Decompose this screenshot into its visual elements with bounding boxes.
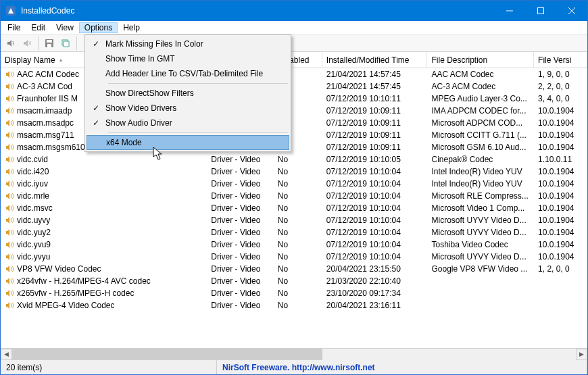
speaker-off-icon[interactable] xyxy=(20,36,34,51)
table-row[interactable]: vidc.i420Driver - VideoNo07/12/2019 10:1… xyxy=(1,166,587,178)
cell-disabled: No xyxy=(278,228,288,237)
cell-name: vidc.mrle xyxy=(17,191,49,201)
cell-name: vidc.msvc xyxy=(17,203,53,213)
menu-help[interactable]: Help xyxy=(118,22,145,33)
cell-ver: 10.0.1904 xyxy=(538,228,574,237)
cell-desc: AC-3 ACM Codec xyxy=(431,82,495,91)
header-file-description[interactable]: File Description xyxy=(427,52,534,68)
title-bar[interactable]: InstalledCodec xyxy=(1,1,587,21)
cell-ver: 1, 9, 0, 0 xyxy=(538,70,570,79)
cell-desc: Intel Indeo(R) Video YUV xyxy=(431,167,522,176)
menu-separator xyxy=(108,83,288,84)
maximize-button[interactable] xyxy=(525,1,556,21)
codec-icon xyxy=(5,118,14,128)
cell-time: 20/04/2021 23:15:50 xyxy=(326,264,401,274)
cell-name: Fraunhofer IIS M xyxy=(17,94,78,103)
table-row[interactable]: vidc.uyvyDriver - VideoNo07/12/2019 10:1… xyxy=(1,214,587,226)
cell-time: 21/04/2021 14:57:45 xyxy=(326,82,401,91)
codec-icon xyxy=(5,301,14,310)
cell-type: Driver - Video xyxy=(211,276,260,286)
table-row[interactable]: vidc.yvu9Driver - VideoNo07/12/2019 10:1… xyxy=(1,239,587,251)
header-file-version[interactable]: File Versi xyxy=(534,52,587,68)
header-installed-time[interactable]: Installed/Modified Time xyxy=(322,52,428,68)
cell-desc: Microsoft CCITT G.711 (... xyxy=(431,130,526,140)
codec-icon xyxy=(5,106,14,116)
cell-disabled: No xyxy=(278,191,288,201)
cell-ver: 10.0.1904 xyxy=(538,252,574,261)
cell-ver: 1.10.0.11 xyxy=(538,155,572,164)
check-icon: ✓ xyxy=(87,39,105,49)
cell-type: Driver - Video xyxy=(211,289,260,298)
menu-options[interactable]: Options xyxy=(79,22,118,33)
table-row[interactable]: vidc.yvyuDriver - VideoNo07/12/2019 10:1… xyxy=(1,251,587,263)
table-row[interactable]: vidc.yuy2Driver - VideoNo07/12/2019 10:1… xyxy=(1,226,587,239)
cell-ver: 3, 4, 0, 0 xyxy=(538,94,570,103)
table-row[interactable]: VP8 VFW Video CodecDriver - VideoNo20/04… xyxy=(1,263,587,275)
cell-type: Driver - Video xyxy=(211,203,260,213)
cell-disabled: No xyxy=(278,276,288,286)
cell-name: msacm.msgsm610 xyxy=(17,143,85,152)
scroll-thumb[interactable] xyxy=(12,349,322,360)
menu-show-time-gmt[interactable]: Show Time In GMT xyxy=(87,51,289,66)
cell-name: Xvid MPEG-4 Video Codec xyxy=(17,301,115,310)
copy-icon[interactable] xyxy=(58,36,73,51)
cell-type: Driver - Video xyxy=(211,167,260,176)
codec-icon xyxy=(5,203,14,213)
table-row[interactable]: vidc.msvcDriver - VideoNo07/12/2019 10:1… xyxy=(1,202,587,214)
table-row[interactable]: x264vfw - H.264/MPEG-4 AVC codecDriver -… xyxy=(1,275,587,287)
menu-mark-missing[interactable]: ✓ Mark Missing Files In Color xyxy=(87,36,289,51)
save-icon[interactable] xyxy=(42,36,57,51)
scroll-track[interactable] xyxy=(12,349,576,360)
codec-icon xyxy=(5,94,14,103)
cell-desc: Microsoft UYVY Video D... xyxy=(431,216,526,225)
cell-ver: 10.0.1904 xyxy=(538,191,574,201)
options-dropdown: ✓ Mark Missing Files In Color Show Time … xyxy=(84,34,291,152)
codec-icon xyxy=(5,276,14,286)
cell-type: Driver - Video xyxy=(211,179,260,189)
menu-show-directshow[interactable]: Show DirectShow Filters xyxy=(87,86,289,101)
cell-name: msacm.msadpc xyxy=(17,118,74,128)
cell-time: 07/12/2019 10:09:11 xyxy=(326,143,401,152)
codec-icon xyxy=(5,228,14,237)
cell-time: 07/12/2019 10:10:04 xyxy=(326,240,401,249)
menu-add-header-csv[interactable]: Add Header Line To CSV/Tab-Delimited Fil… xyxy=(87,66,289,81)
cell-ver: 10.0.1904 xyxy=(538,106,574,116)
cell-time: 07/12/2019 10:10:04 xyxy=(326,179,401,189)
cell-desc: Cinepak® Codec xyxy=(431,155,493,164)
cell-desc: Toshiba Video Codec xyxy=(431,240,508,249)
table-row[interactable]: vidc.mrleDriver - VideoNo07/12/2019 10:1… xyxy=(1,190,587,202)
cell-type: Driver - Video xyxy=(211,228,260,237)
cell-time: 07/12/2019 10:09:11 xyxy=(326,118,401,128)
menu-file[interactable]: File xyxy=(2,22,26,33)
menu-view[interactable]: View xyxy=(51,22,79,33)
cell-disabled: No xyxy=(278,240,288,249)
cell-ver: 1, 2, 0, 0 xyxy=(538,264,570,274)
minimize-button[interactable] xyxy=(494,1,525,21)
menu-edit[interactable]: Edit xyxy=(26,22,51,33)
menu-show-video-drivers[interactable]: ✓ Show Video Drivers xyxy=(87,101,289,116)
scroll-right-icon[interactable]: ▶ xyxy=(576,349,587,360)
cell-ver: 10.0.1904 xyxy=(538,143,574,152)
codec-icon xyxy=(5,216,14,225)
table-row[interactable]: Xvid MPEG-4 Video CodecDriver - VideoNo2… xyxy=(1,299,587,311)
cell-desc: Microsoft UYVY Video D... xyxy=(431,252,526,261)
cell-time: 23/10/2020 09:17:34 xyxy=(326,289,401,298)
cell-disabled: No xyxy=(278,155,288,164)
speaker-on-icon[interactable] xyxy=(3,36,18,51)
cell-type: Driver - Video xyxy=(211,191,260,201)
cell-ver: 2, 2, 0, 0 xyxy=(538,82,570,91)
table-row[interactable]: vidc.iyuvDriver - VideoNo07/12/2019 10:1… xyxy=(1,178,587,190)
horizontal-scrollbar[interactable]: ◀ ▶ xyxy=(1,348,587,359)
table-row[interactable]: x265vfw - H.265/MPEG-H codecDriver - Vid… xyxy=(1,287,587,299)
cell-name: vidc.cvid xyxy=(17,155,48,164)
cell-disabled: No xyxy=(278,301,288,310)
codec-icon xyxy=(5,167,14,176)
menu-show-audio-driver[interactable]: ✓ Show Audio Driver xyxy=(87,116,289,130)
cell-ver: 10.0.1904 xyxy=(538,130,574,140)
table-row[interactable]: vidc.cvidDriver - VideoNo07/12/2019 10:1… xyxy=(1,153,587,166)
menu-x64-mode[interactable]: x64 Mode xyxy=(87,135,289,150)
cell-disabled: No xyxy=(278,203,288,213)
close-button[interactable] xyxy=(556,1,587,21)
cell-ver: 10.0.1904 xyxy=(538,240,574,249)
scroll-left-icon[interactable]: ◀ xyxy=(1,349,12,360)
